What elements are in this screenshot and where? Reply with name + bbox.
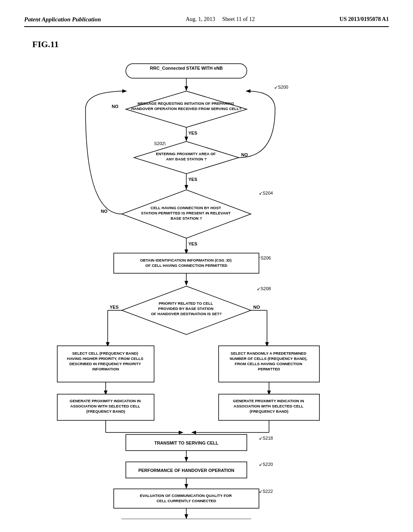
svg-text:NO: NO — [241, 152, 248, 157]
header-center: Aug. 1, 2013 Sheet 11 of 12 — [186, 16, 254, 23]
svg-text:NO: NO — [253, 305, 260, 310]
svg-text:PERFORMANCE OF HANDOVER OPERAT: PERFORMANCE OF HANDOVER OPERATION — [138, 468, 234, 473]
svg-text:YES: YES — [188, 131, 197, 135]
page: Patent Application Publication Aug. 1, 2… — [0, 0, 413, 532]
page-header: Patent Application Publication Aug. 1, 2… — [24, 16, 389, 27]
svg-text:TRANSMIT TO SERVING CELL: TRANSMIT TO SERVING CELL — [154, 441, 218, 445]
svg-text:YES: YES — [188, 177, 197, 182]
svg-text:NO: NO — [112, 104, 119, 109]
flowchart-diagram: RRC_Connected STATE WITH eNB ↙S200 MESSA… — [33, 56, 380, 519]
svg-text:↙S204: ↙S204 — [259, 191, 273, 195]
svg-text:↙S208: ↙S208 — [257, 286, 271, 291]
patent-number: US 2013/0195078 A1 — [340, 16, 389, 23]
svg-text:NO: NO — [101, 209, 108, 214]
svg-text:RRC_Connected STATE WITH eNB: RRC_Connected STATE WITH eNB — [150, 66, 223, 71]
svg-text:YES: YES — [188, 241, 197, 246]
svg-text:PRIORITY RELATED TO CELL
     : PRIORITY RELATED TO CELL PROVIDED BY BAS… — [151, 301, 221, 316]
sheet-info: Sheet 11 of 12 — [222, 16, 255, 22]
svg-text:↙S200: ↙S200 — [274, 85, 288, 89]
svg-text:S202\: S202\ — [154, 141, 166, 146]
svg-text:↙S222: ↙S222 — [259, 489, 273, 494]
publication-label: Patent Application Publication — [24, 16, 101, 23]
svg-text:↙S218: ↙S218 — [259, 436, 273, 441]
figure-label: FIG.11 — [32, 39, 389, 50]
svg-text:↙S220: ↙S220 — [259, 462, 273, 467]
publication-date: Aug. 1, 2013 — [186, 16, 215, 22]
svg-text:YES: YES — [110, 305, 119, 310]
